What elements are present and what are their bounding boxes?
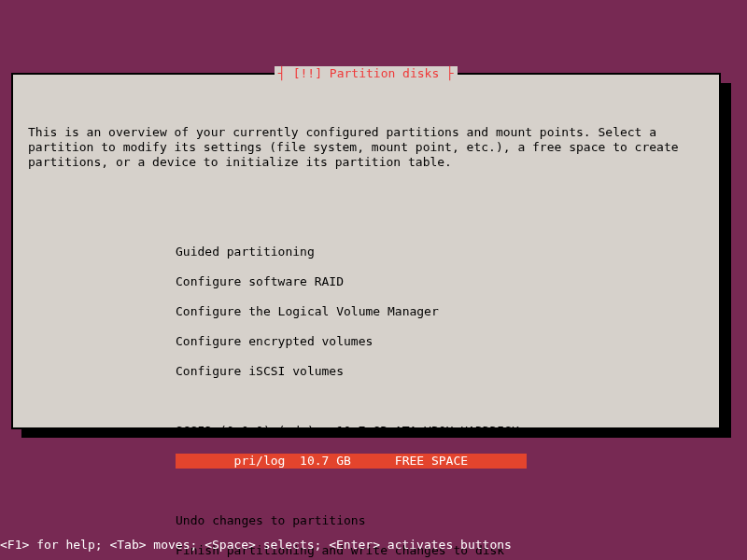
menu-configure-raid[interactable]: Configure software RAID bbox=[176, 274, 704, 289]
disk-device-header[interactable]: SCSI3 (0,0,0) (sda) - 10.7 GB ATA VBOX H… bbox=[176, 424, 704, 439]
menu-configure-encrypted[interactable]: Configure encrypted volumes bbox=[176, 334, 704, 349]
partition-free-space-selected[interactable]: pri/log 10.7 GB FREE SPACE bbox=[176, 454, 527, 469]
frame-deco-left: ┤ bbox=[278, 66, 293, 80]
dialog-title: [!!] Partition disks bbox=[293, 66, 440, 80]
menu-configure-iscsi[interactable]: Configure iSCSI volumes bbox=[176, 364, 704, 379]
menu-configure-lvm[interactable]: Configure the Logical Volume Manager bbox=[176, 304, 704, 319]
menu-guided-partitioning[interactable]: Guided partitioning bbox=[176, 245, 704, 259]
menu-undo-changes[interactable]: Undo changes to partitions bbox=[176, 513, 704, 528]
frame-deco-right: ├ bbox=[439, 66, 454, 80]
help-bar: <F1> for help; <Tab> moves; <Space> sele… bbox=[0, 538, 747, 553]
partition-disks-dialog: ┤ [!!] Partition disks ├ This is an over… bbox=[11, 73, 721, 429]
dialog-intro-text: This is an overview of your currently co… bbox=[28, 125, 704, 170]
